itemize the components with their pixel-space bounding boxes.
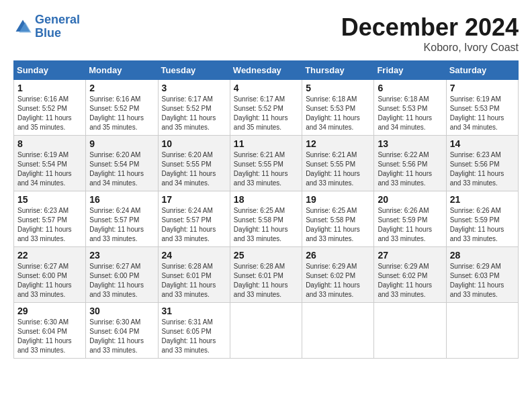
day-number: 3 — [162, 83, 226, 93]
calendar-cell: 16Sunrise: 6:24 AMSunset: 5:57 PMDayligh… — [86, 191, 158, 247]
day-number: 26 — [306, 250, 370, 261]
calendar-cell: 26Sunrise: 6:29 AMSunset: 6:02 PMDayligh… — [302, 247, 374, 303]
day-header-sunday: Sunday — [14, 61, 86, 80]
calendar-cell — [446, 303, 518, 359]
day-info: Sunrise: 6:23 AMSunset: 5:57 PMDaylight:… — [17, 206, 82, 244]
day-number: 8 — [17, 138, 82, 149]
calendar-cell: 8Sunrise: 6:19 AMSunset: 5:54 PMDaylight… — [14, 136, 86, 191]
day-number: 4 — [234, 83, 298, 93]
day-number: 15 — [17, 194, 82, 205]
calendar-cell: 29Sunrise: 6:30 AMSunset: 6:04 PMDayligh… — [14, 303, 86, 359]
day-number: 22 — [17, 250, 82, 261]
day-info: Sunrise: 6:25 AMSunset: 5:58 PMDaylight:… — [306, 206, 370, 244]
header: General Blue December 2024 Koboro, Ivory… — [13, 13, 519, 54]
day-info: Sunrise: 6:23 AMSunset: 5:56 PMDaylight:… — [450, 150, 515, 188]
location-subtitle: Koboro, Ivory Coast — [341, 42, 519, 54]
logo-icon — [13, 17, 32, 36]
day-info: Sunrise: 6:27 AMSunset: 6:00 PMDaylight:… — [17, 262, 82, 300]
day-info: Sunrise: 6:19 AMSunset: 5:54 PMDaylight:… — [17, 150, 82, 188]
calendar-cell — [302, 303, 374, 359]
day-info: Sunrise: 6:20 AMSunset: 5:55 PMDaylight:… — [162, 150, 226, 188]
day-header-saturday: Saturday — [446, 61, 518, 80]
calendar-cell: 12Sunrise: 6:21 AMSunset: 5:55 PMDayligh… — [302, 136, 374, 191]
day-info: Sunrise: 6:24 AMSunset: 5:57 PMDaylight:… — [162, 206, 226, 244]
day-number: 31 — [162, 306, 226, 316]
day-number: 11 — [234, 138, 298, 149]
day-info: Sunrise: 6:26 AMSunset: 5:59 PMDaylight:… — [450, 206, 515, 244]
calendar-cell: 20Sunrise: 6:26 AMSunset: 5:59 PMDayligh… — [374, 191, 446, 247]
day-number: 29 — [17, 306, 82, 316]
calendar-cell: 21Sunrise: 6:26 AMSunset: 5:59 PMDayligh… — [446, 191, 518, 247]
day-number: 16 — [89, 194, 154, 205]
day-number: 2 — [89, 83, 154, 93]
day-info: Sunrise: 6:16 AMSunset: 5:52 PMDaylight:… — [89, 95, 154, 132]
day-header-friday: Friday — [374, 61, 446, 80]
day-info: Sunrise: 6:17 AMSunset: 5:52 PMDaylight:… — [162, 95, 226, 132]
calendar-cell: 28Sunrise: 6:29 AMSunset: 6:03 PMDayligh… — [446, 247, 518, 303]
calendar-week-row: 1Sunrise: 6:16 AMSunset: 5:52 PMDaylight… — [14, 80, 519, 136]
calendar-table: SundayMondayTuesdayWednesdayThursdayFrid… — [13, 60, 519, 359]
day-number: 21 — [450, 194, 515, 205]
day-header-monday: Monday — [86, 61, 158, 80]
day-number: 27 — [378, 250, 442, 261]
day-info: Sunrise: 6:27 AMSunset: 6:00 PMDaylight:… — [89, 262, 154, 300]
logo: General Blue — [13, 13, 80, 40]
calendar-cell: 31Sunrise: 6:31 AMSunset: 6:05 PMDayligh… — [158, 303, 230, 359]
day-number: 13 — [378, 138, 442, 149]
day-info: Sunrise: 6:16 AMSunset: 5:52 PMDaylight:… — [17, 95, 82, 132]
calendar-cell: 2Sunrise: 6:16 AMSunset: 5:52 PMDaylight… — [86, 80, 158, 136]
calendar-cell: 10Sunrise: 6:20 AMSunset: 5:55 PMDayligh… — [158, 136, 230, 191]
day-number: 10 — [162, 138, 226, 149]
day-number: 19 — [306, 194, 370, 205]
calendar-cell: 3Sunrise: 6:17 AMSunset: 5:52 PMDaylight… — [158, 80, 230, 136]
calendar-cell: 22Sunrise: 6:27 AMSunset: 6:00 PMDayligh… — [14, 247, 86, 303]
calendar-cell: 6Sunrise: 6:18 AMSunset: 5:53 PMDaylight… — [374, 80, 446, 136]
calendar-cell — [374, 303, 446, 359]
day-number: 5 — [306, 83, 370, 93]
day-number: 18 — [234, 194, 298, 205]
day-info: Sunrise: 6:18 AMSunset: 5:53 PMDaylight:… — [306, 95, 370, 132]
day-info: Sunrise: 6:30 AMSunset: 6:04 PMDaylight:… — [89, 318, 154, 355]
calendar-cell: 14Sunrise: 6:23 AMSunset: 5:56 PMDayligh… — [446, 136, 518, 191]
day-info: Sunrise: 6:19 AMSunset: 5:53 PMDaylight:… — [450, 95, 515, 132]
calendar-cell: 30Sunrise: 6:30 AMSunset: 6:04 PMDayligh… — [86, 303, 158, 359]
day-info: Sunrise: 6:21 AMSunset: 5:55 PMDaylight:… — [234, 150, 298, 188]
calendar-cell: 5Sunrise: 6:18 AMSunset: 5:53 PMDaylight… — [302, 80, 374, 136]
day-number: 25 — [234, 250, 298, 261]
day-number: 9 — [89, 138, 154, 149]
day-number: 17 — [162, 194, 226, 205]
day-info: Sunrise: 6:29 AMSunset: 6:03 PMDaylight:… — [450, 262, 515, 300]
day-info: Sunrise: 6:17 AMSunset: 5:52 PMDaylight:… — [234, 95, 298, 132]
calendar-week-row: 8Sunrise: 6:19 AMSunset: 5:54 PMDaylight… — [14, 136, 519, 191]
title-section: December 2024 Koboro, Ivory Coast — [341, 13, 519, 54]
calendar-cell: 24Sunrise: 6:28 AMSunset: 6:01 PMDayligh… — [158, 247, 230, 303]
calendar-header-row: SundayMondayTuesdayWednesdayThursdayFrid… — [14, 61, 519, 80]
day-number: 1 — [17, 83, 82, 93]
logo-text: General Blue — [35, 13, 80, 40]
day-info: Sunrise: 6:30 AMSunset: 6:04 PMDaylight:… — [17, 318, 82, 355]
calendar-week-row: 22Sunrise: 6:27 AMSunset: 6:00 PMDayligh… — [14, 247, 519, 303]
calendar-cell: 11Sunrise: 6:21 AMSunset: 5:55 PMDayligh… — [230, 136, 302, 191]
calendar-cell: 27Sunrise: 6:29 AMSunset: 6:02 PMDayligh… — [374, 247, 446, 303]
day-info: Sunrise: 6:26 AMSunset: 5:59 PMDaylight:… — [378, 206, 442, 244]
calendar-week-row: 15Sunrise: 6:23 AMSunset: 5:57 PMDayligh… — [14, 191, 519, 247]
month-title: December 2024 — [341, 13, 519, 42]
day-info: Sunrise: 6:22 AMSunset: 5:56 PMDaylight:… — [378, 150, 442, 188]
calendar-cell: 9Sunrise: 6:20 AMSunset: 5:54 PMDaylight… — [86, 136, 158, 191]
day-info: Sunrise: 6:25 AMSunset: 5:58 PMDaylight:… — [234, 206, 298, 244]
day-info: Sunrise: 6:21 AMSunset: 5:55 PMDaylight:… — [306, 150, 370, 188]
calendar-cell: 23Sunrise: 6:27 AMSunset: 6:00 PMDayligh… — [86, 247, 158, 303]
day-number: 20 — [378, 194, 442, 205]
calendar-week-row: 29Sunrise: 6:30 AMSunset: 6:04 PMDayligh… — [14, 303, 519, 359]
calendar-cell: 18Sunrise: 6:25 AMSunset: 5:58 PMDayligh… — [230, 191, 302, 247]
calendar-cell — [230, 303, 302, 359]
day-number: 23 — [89, 250, 154, 261]
day-info: Sunrise: 6:31 AMSunset: 6:05 PMDaylight:… — [162, 318, 226, 355]
day-header-tuesday: Tuesday — [158, 61, 230, 80]
day-number: 14 — [450, 138, 515, 149]
calendar-cell: 4Sunrise: 6:17 AMSunset: 5:52 PMDaylight… — [230, 80, 302, 136]
day-number: 6 — [378, 83, 442, 93]
calendar-cell: 1Sunrise: 6:16 AMSunset: 5:52 PMDaylight… — [14, 80, 86, 136]
day-info: Sunrise: 6:20 AMSunset: 5:54 PMDaylight:… — [89, 150, 154, 188]
calendar-cell: 13Sunrise: 6:22 AMSunset: 5:56 PMDayligh… — [374, 136, 446, 191]
